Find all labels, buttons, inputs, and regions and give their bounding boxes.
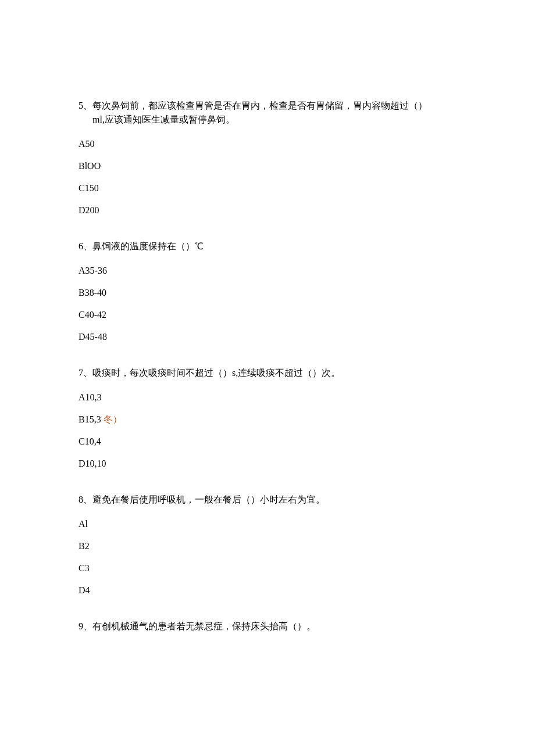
option-d: D200 <box>79 203 456 217</box>
question-number: 5、 <box>79 101 92 110</box>
question-number: 8、 <box>79 495 92 504</box>
question-body-line1: 吸痰时，每次吸痰时间不超过（）s,连续吸痰不超过（）次。 <box>92 368 340 378</box>
option-d: D4 <box>79 583 456 597</box>
option-c: C3 <box>79 561 456 575</box>
question-body-line2: ml,应该通知医生减量或暂停鼻饲。 <box>79 113 456 127</box>
question-number: 6、 <box>79 241 92 251</box>
option-a: A10,3 <box>79 390 456 404</box>
option-a: A35-36 <box>79 264 456 278</box>
option-d: D10,10 <box>79 457 456 471</box>
option-c: C40-42 <box>79 308 456 322</box>
option-b: B15,3 冬） <box>79 413 456 427</box>
option-a: A50 <box>79 137 456 151</box>
option-b-highlight: 冬） <box>101 414 122 424</box>
question-body-line1: 每次鼻饲前，都应该检查胃管是否在胃内，检查是否有胃储留，胃内容物超过（） <box>92 101 427 110</box>
question-8: 8、避免在餐后使用呼吸机，一般在餐后（）小时左右为宜。 Al B2 C3 D4 <box>79 493 456 597</box>
option-b-prefix: B15,3 <box>79 414 101 424</box>
question-body-line1: 鼻饲液的温度保持在（）℃ <box>92 241 204 251</box>
question-number: 7、 <box>79 368 92 378</box>
question-6: 6、鼻饲液的温度保持在（）℃ A35-36 B38-40 C40-42 D45-… <box>79 239 456 344</box>
option-b: BlOO <box>79 159 456 173</box>
question-7-text: 7、吸痰时，每次吸痰时间不超过（）s,连续吸痰不超过（）次。 <box>79 366 456 380</box>
option-d: D45-48 <box>79 330 456 344</box>
document-page: 5、每次鼻饲前，都应该检查胃管是否在胃内，检查是否有胃储留，胃内容物超过（） m… <box>0 0 535 633</box>
question-body-line1: 有创机械通气的患者若无禁忌症，保持床头抬高（）。 <box>92 621 316 631</box>
question-5-text: 5、每次鼻饲前，都应该检查胃管是否在胃内，检查是否有胃储留，胃内容物超过（） m… <box>79 99 456 127</box>
question-9-text: 9、有创机械通气的患者若无禁忌症，保持床头抬高（）。 <box>79 619 456 633</box>
question-7: 7、吸痰时，每次吸痰时间不超过（）s,连续吸痰不超过（）次。 A10,3 B15… <box>79 366 456 471</box>
option-b: B38-40 <box>79 286 456 300</box>
option-c: C10,4 <box>79 435 456 449</box>
question-5: 5、每次鼻饲前，都应该检查胃管是否在胃内，检查是否有胃储留，胃内容物超过（） m… <box>79 99 456 217</box>
question-8-text: 8、避免在餐后使用呼吸机，一般在餐后（）小时左右为宜。 <box>79 493 456 507</box>
question-number: 9、 <box>79 621 92 631</box>
option-b: B2 <box>79 539 456 553</box>
question-9: 9、有创机械通气的患者若无禁忌症，保持床头抬高（）。 <box>79 619 456 633</box>
option-a: Al <box>79 517 456 531</box>
question-body-line1: 避免在餐后使用呼吸机，一般在餐后（）小时左右为宜。 <box>92 495 325 504</box>
option-c: C150 <box>79 181 456 195</box>
question-6-text: 6、鼻饲液的温度保持在（）℃ <box>79 239 456 253</box>
